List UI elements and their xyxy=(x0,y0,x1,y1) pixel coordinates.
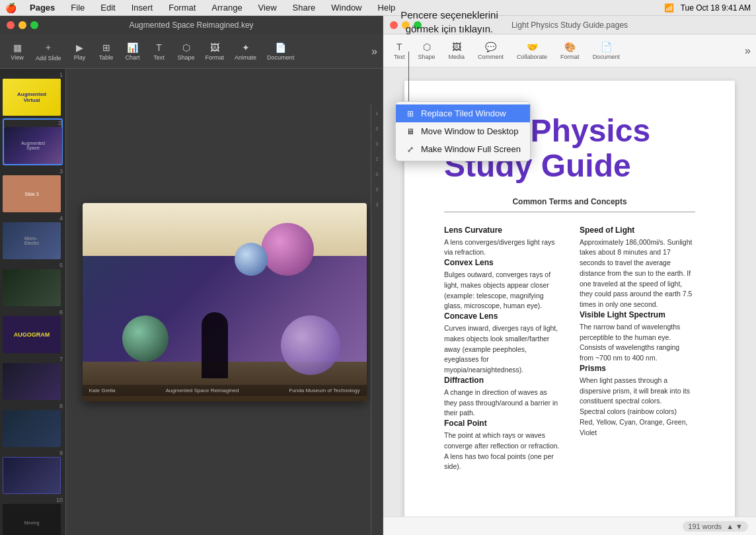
callout-bubble: Pencere seçeneklerini görmek için tıklay… xyxy=(383,8,515,36)
toolbar-view[interactable]: ▦ View xyxy=(5,40,29,63)
pages-comment-icon: 💬 xyxy=(485,42,496,52)
pages-format-label: Format xyxy=(560,54,580,60)
text-icon: T xyxy=(156,42,162,53)
chart-label: Chart xyxy=(126,54,140,61)
slide-thumb-7[interactable]: 7 xyxy=(3,356,63,400)
make-fullscreen-item[interactable]: ⤢ Make Window Full Screen xyxy=(396,140,530,158)
pages-toolbar-collaborate[interactable]: 🤝 Collaborate xyxy=(511,39,552,63)
slide-thumb-10[interactable]: 10 Moving xyxy=(3,497,63,535)
pages-toolbar-format[interactable]: 🎨 Format xyxy=(555,39,585,63)
menubar: 🍎 Pages File Edit Insert Format Arrange … xyxy=(0,0,756,16)
move-desktop-icon: 🖥 xyxy=(405,127,416,136)
move-desktop-label: Move Window to Desktop xyxy=(421,126,518,136)
toolbar-table[interactable]: ⊞ Table xyxy=(94,40,118,63)
add-slide-label: Add Slide xyxy=(36,55,61,62)
toolbar-more[interactable]: » xyxy=(371,46,377,58)
toolbar-document[interactable]: 📄 Document xyxy=(263,40,298,63)
apple-menu[interactable]: 🍎 xyxy=(5,3,17,13)
pages-shape-icon: ⬡ xyxy=(423,42,431,52)
term-convex-lens-body: Bulges outward, converges rays of light,… xyxy=(444,270,560,311)
menubar-format[interactable]: Format xyxy=(166,3,198,13)
stepper-up[interactable]: ▲ xyxy=(726,522,734,530)
term-lens-curvature-body: A lens converges/diverges light rays via… xyxy=(444,237,560,259)
menubar-share[interactable]: Share xyxy=(290,3,319,13)
menubar-right: 📶 Tue Oct 18 9:41 AM xyxy=(664,3,751,13)
toolbar-play[interactable]: ▶ Play xyxy=(68,40,92,63)
slide-thumb-3[interactable]: 3 Slide 3 xyxy=(3,168,63,212)
toolbar-text[interactable]: T Text xyxy=(147,40,171,63)
document-icon: 📄 xyxy=(275,42,286,53)
term-convex-lens-title: Convex Lens xyxy=(444,258,560,267)
chart-icon: 📊 xyxy=(127,42,138,53)
slide-thumb-1[interactable]: 1 AugmentedVirtual xyxy=(3,71,63,116)
pages-comment-label: Comment xyxy=(478,54,504,60)
window-options-dropdown[interactable]: ⊞ Replace Tiled Window 🖥 Move Window to … xyxy=(395,101,531,161)
menubar-pages[interactable]: Pages xyxy=(27,3,57,13)
term-prisms-body: When light passes through a dispersive p… xyxy=(580,376,695,438)
slide-thumb-8[interactable]: 8 xyxy=(3,403,63,447)
pages-toolbar-comment[interactable]: 💬 Comment xyxy=(472,39,509,63)
add-slide-icon: ＋ xyxy=(44,42,53,54)
menubar-insert[interactable]: Insert xyxy=(129,3,156,13)
keynote-toolbar: ▦ View ＋ Add Slide ▶ Play ⊞ Table 📊 Char… xyxy=(0,34,383,69)
animate-icon: ✦ xyxy=(242,42,250,53)
toolbar-chart[interactable]: 📊 Chart xyxy=(121,40,145,63)
slide-thumb-4[interactable]: 4 Micro-Electro xyxy=(3,215,63,259)
term-diffraction-title: Diffraction xyxy=(444,376,560,385)
maximize-button[interactable] xyxy=(30,21,38,29)
slide-thumb-5[interactable]: 5 xyxy=(3,262,63,306)
replace-tiled-window-item[interactable]: ⊞ Replace Tiled Window xyxy=(396,104,530,122)
pages-text-label: Text xyxy=(394,54,405,60)
toolbar-add-slide[interactable]: ＋ Add Slide xyxy=(32,39,65,64)
keynote-window-title: Augmented Space Reimagined.key xyxy=(129,21,253,30)
play-label: Play xyxy=(74,54,86,61)
replace-tiled-icon: ⊞ xyxy=(405,109,416,118)
menubar-window[interactable]: Window xyxy=(328,3,364,13)
menubar-edit[interactable]: Edit xyxy=(98,3,118,13)
slide-thumb-6[interactable]: 6 AUGOGRAM xyxy=(3,309,63,353)
keynote-window: Augmented Space Reimagined.key ▦ View ＋ … xyxy=(0,16,383,535)
pages-window-title: Light Physics Study Guide.pages xyxy=(511,21,628,30)
doc-subtitle: Common Terms and Concepts xyxy=(444,197,695,206)
caption-left: Kate Grella xyxy=(89,388,116,393)
text-label: Text xyxy=(153,54,165,61)
pages-toolbar-text[interactable]: T Text xyxy=(389,39,410,63)
slide-panel[interactable]: 1 AugmentedVirtual 2 AugmentedSpace xyxy=(0,69,66,535)
slide-thumb-9[interactable]: 9 xyxy=(3,450,63,494)
slide-thumb-2[interactable]: 2 AugmentedSpace xyxy=(3,118,63,165)
term-lens-curvature-title: Lens Curvature xyxy=(444,226,560,235)
wifi-icon: 📶 xyxy=(664,3,674,13)
toolbar-animate[interactable]: ✦ Animate xyxy=(231,40,260,63)
menubar-arrange[interactable]: Arrange xyxy=(209,3,245,13)
pages-text-icon: T xyxy=(397,42,402,52)
pages-toolbar-shape[interactable]: ⬡ Shape xyxy=(413,39,441,63)
term-focal-point: Focal Point The point at which rays or w… xyxy=(444,419,560,472)
toolbar-shape[interactable]: ⬡ Shape xyxy=(174,40,199,63)
datetime: Tue Oct 18 9:41 AM xyxy=(681,3,751,13)
pages-footer: 191 words ▲ ▼ xyxy=(383,516,756,535)
term-concave-lens: Concave Lens Curves inward, diverges ray… xyxy=(444,311,560,376)
doc-col-left: Lens Curvature A lens converges/diverges… xyxy=(444,226,560,473)
pages-toolbar: T Text ⬡ Shape 🖼 Media 💬 Comment 🤝 Colla… xyxy=(383,34,756,67)
toolbar-format[interactable]: 🖼 Format xyxy=(202,40,229,63)
menubar-view[interactable]: View xyxy=(256,3,280,13)
doc-divider xyxy=(444,212,695,212)
pages-toolbar-more[interactable]: » xyxy=(745,45,751,57)
animate-label: Animate xyxy=(235,54,256,61)
pages-shape-label: Shape xyxy=(418,54,435,60)
word-count-badge: 191 words ▲ ▼ xyxy=(683,521,748,532)
callout-line xyxy=(408,52,409,104)
pages-toolbar-document[interactable]: 📄 Document xyxy=(587,39,625,63)
term-visible-light: Visible Light Spectrum The narrow band o… xyxy=(580,310,695,364)
callout-text: Pencere seçeneklerini görmek için tıklay… xyxy=(400,9,498,34)
term-convex-lens: Convex Lens Bulges outward, converges ra… xyxy=(444,258,560,311)
move-window-desktop-item[interactable]: 🖥 Move Window to Desktop xyxy=(396,122,530,140)
stepper-down[interactable]: ▼ xyxy=(736,522,743,530)
pages-toolbar-media[interactable]: 🖼 Media xyxy=(443,39,471,63)
pages-window: Light Physics Study Guide.pages T Text ⬡… xyxy=(383,16,756,535)
table-icon: ⊞ xyxy=(102,42,110,53)
close-button[interactable] xyxy=(7,21,15,29)
minimize-button[interactable] xyxy=(19,21,26,29)
menubar-file[interactable]: File xyxy=(68,3,87,13)
format-icon: 🖼 xyxy=(210,42,219,53)
